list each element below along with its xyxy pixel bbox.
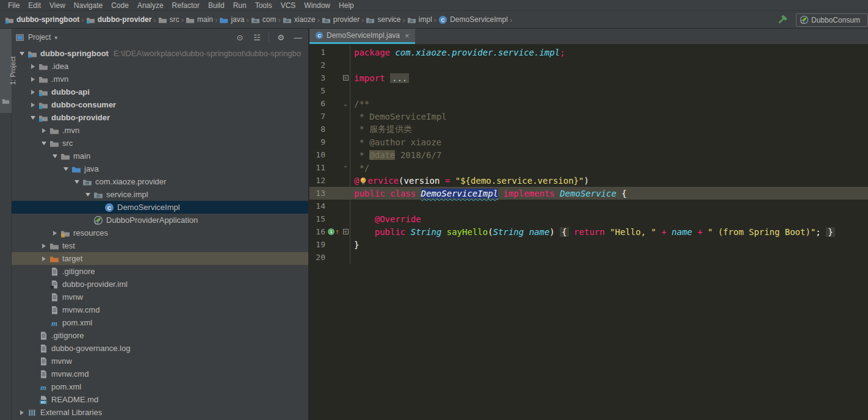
- code-line-13[interactable]: 13public class DemoServiceImpl implement…: [309, 187, 868, 200]
- code-line-8[interactable]: 8 * 服务提供类: [309, 123, 868, 136]
- tree-expand-arrow-right[interactable]: [49, 231, 60, 236]
- tree-expand-arrow-down[interactable]: [38, 142, 49, 145]
- code-line-12[interactable]: 12@ervice(version = "${demo.service.vers…: [309, 174, 868, 187]
- collapse-all-icon[interactable]: ☳: [250, 33, 264, 42]
- run-configuration-select[interactable]: DubboConsum: [796, 13, 868, 27]
- code-line-5[interactable]: 5: [309, 84, 868, 97]
- tree-row-readme-md[interactable]: MDREADME.md: [12, 393, 308, 406]
- tree-row--idea[interactable]: .idea: [12, 60, 308, 73]
- breadcrumb-item-main[interactable]: main: [186, 15, 213, 24]
- tree-row-mvnw[interactable]: mvnw: [12, 291, 308, 303]
- tree-expand-arrow-down[interactable]: [49, 154, 60, 158]
- menu-item-analyze[interactable]: Analyze: [133, 1, 168, 10]
- menu-item-tools[interactable]: Tools: [251, 1, 277, 10]
- tree-row-mvnw[interactable]: mvnw: [12, 355, 308, 368]
- tree-row-dubbo-provider[interactable]: dubbo-provider: [12, 111, 308, 124]
- code-line-20[interactable]: 20: [309, 251, 868, 264]
- code-line-2[interactable]: 2: [309, 59, 868, 71]
- override-up-arrow-icon[interactable]: ↑: [335, 228, 339, 235]
- breadcrumb-item-provider[interactable]: provider: [322, 15, 360, 24]
- menu-item-view[interactable]: View: [45, 1, 70, 10]
- locate-icon[interactable]: ⊙: [233, 33, 247, 42]
- breadcrumb-item-dubbo-springboot[interactable]: dubbo-springboot: [5, 15, 79, 24]
- tree-row-mvnw-cmd[interactable]: mvnw.cmd: [12, 368, 308, 380]
- tree-row-dubbo-governance-log[interactable]: dubbo-governance.log: [12, 342, 308, 355]
- breadcrumb-item-java[interactable]: java: [219, 15, 244, 24]
- tree-row-pom-xml[interactable]: mpom.xml: [12, 316, 308, 329]
- tree-row-test[interactable]: test: [12, 239, 308, 252]
- tree-expand-arrow-right[interactable]: [16, 410, 27, 415]
- breadcrumb-item-service[interactable]: service: [366, 15, 400, 24]
- code-line-14[interactable]: 14: [309, 200, 868, 212]
- breadcrumb-item-impl[interactable]: impl: [407, 15, 432, 24]
- menu-item-edit[interactable]: Edit: [24, 1, 45, 10]
- tree-row-dubbo-api[interactable]: dubbo-api: [12, 85, 308, 98]
- menu-item-file[interactable]: File: [4, 1, 24, 10]
- code-line-1[interactable]: 1package com.xiaoze.provider.service.imp…: [309, 46, 868, 59]
- tree-row-java[interactable]: java: [12, 162, 308, 175]
- tree-expand-arrow-down[interactable]: [16, 52, 27, 56]
- code-line-6[interactable]: 6⌄/**: [309, 97, 868, 110]
- tree-row-main[interactable]: main: [12, 150, 308, 162]
- breadcrumb-item-demoserviceimpl[interactable]: CDemoServiceImpl: [438, 15, 508, 24]
- code-line-19[interactable]: 19}: [309, 238, 868, 251]
- code-line-16[interactable]: 161↑+ public String sayHello(String name…: [309, 225, 868, 238]
- build-hammer-icon[interactable]: [777, 15, 787, 25]
- project-view-selector[interactable]: Project ▾: [15, 33, 57, 42]
- menu-item-navigate[interactable]: Navigate: [70, 1, 107, 10]
- tree-row--gitignore[interactable]: .gitignore: [12, 265, 308, 278]
- menu-item-code[interactable]: Code: [107, 1, 133, 10]
- breadcrumb-item-com[interactable]: com: [251, 15, 277, 24]
- tree-row-pom-xml[interactable]: mpom.xml: [12, 380, 308, 393]
- tree-row-external-libraries[interactable]: External Libraries: [12, 406, 308, 419]
- tree-expand-arrow-down[interactable]: [82, 193, 93, 197]
- breadcrumb-item-xiaoze[interactable]: xiaoze: [283, 15, 316, 24]
- tree-row-target[interactable]: target: [12, 252, 308, 265]
- tree-row-dubbo-springboot[interactable]: dubbo-springbootE:\IDEA\workplace\dubbo-…: [12, 47, 308, 60]
- tree-row-dubbo-provider-iml[interactable]: dubbo-provider.iml: [12, 278, 308, 291]
- tree-row--mvn[interactable]: .mvn: [12, 124, 308, 137]
- tree-row-resources[interactable]: resources: [12, 226, 308, 239]
- tree-expand-arrow-right[interactable]: [27, 90, 38, 95]
- breadcrumb-item-dubbo-provider[interactable]: dubbo-provider: [86, 15, 152, 24]
- tree-row-com-xiaoze-provider[interactable]: com.xiaoze.provider: [12, 175, 308, 188]
- tree-expand-arrow-right[interactable]: [27, 77, 38, 82]
- tree-row-demoserviceimpl[interactable]: CDemoServiceImpl: [12, 201, 308, 214]
- menu-item-help[interactable]: Help: [335, 1, 358, 10]
- code-line-7[interactable]: 7 * DemoServiceImpl: [309, 110, 868, 123]
- menu-item-refactor[interactable]: Refactor: [168, 1, 204, 10]
- code-line-11[interactable]: 11⌃ */: [309, 161, 868, 174]
- fold-expand-icon[interactable]: +: [343, 75, 349, 81]
- tree-expand-arrow-right[interactable]: [27, 64, 38, 69]
- tree-expand-arrow-right[interactable]: [27, 103, 38, 107]
- overriding-method-icon[interactable]: 1: [328, 228, 335, 235]
- fold-expand-icon[interactable]: +: [343, 229, 349, 234]
- tree-expand-arrow-right[interactable]: [38, 244, 49, 248]
- editor-tab-demoserviceimpl[interactable]: C DemoServiceImpl.java ×: [309, 29, 415, 44]
- close-icon[interactable]: ×: [405, 31, 410, 40]
- code-editor[interactable]: 1package com.xiaoze.provider.service.imp…: [309, 45, 868, 420]
- menu-item-run[interactable]: Run: [229, 1, 251, 10]
- tree-expand-arrow-down[interactable]: [27, 116, 38, 120]
- intention-bulb-icon[interactable]: [359, 176, 367, 185]
- breadcrumb-item-src[interactable]: src: [158, 15, 179, 24]
- menu-item-build[interactable]: Build: [204, 1, 229, 10]
- tree-row-dubbo-consumer[interactable]: dubbo-consumer: [12, 98, 308, 111]
- tree-expand-arrow-right[interactable]: [38, 256, 49, 261]
- code-line-15[interactable]: 15 @Override: [309, 212, 868, 225]
- tree-row-service-impl[interactable]: service.impl: [12, 188, 308, 201]
- tree-expand-arrow-down[interactable]: [71, 180, 82, 184]
- gear-icon[interactable]: ⚙: [274, 33, 288, 42]
- tree-row--gitignore[interactable]: .gitignore: [12, 329, 308, 342]
- fold-collapse-top-icon[interactable]: ⌄: [344, 101, 347, 107]
- code-line-3[interactable]: 3+import ...: [309, 71, 868, 84]
- tree-expand-arrow-right[interactable]: [38, 128, 49, 133]
- menu-item-vcs[interactable]: VCS: [277, 1, 300, 10]
- fold-collapse-bottom-icon[interactable]: ⌃: [344, 165, 347, 171]
- project-stripe-label[interactable]: 1: Project: [9, 57, 16, 85]
- tree-row-mvnw-cmd[interactable]: mvnw.cmd: [12, 303, 308, 316]
- tree-row-src[interactable]: src: [12, 137, 308, 150]
- code-line-9[interactable]: 9 * @author xiaoze: [309, 136, 868, 148]
- tree-expand-arrow-down[interactable]: [60, 167, 71, 171]
- tree-row-dubboproviderapplication[interactable]: DubboProviderApplication: [12, 214, 308, 226]
